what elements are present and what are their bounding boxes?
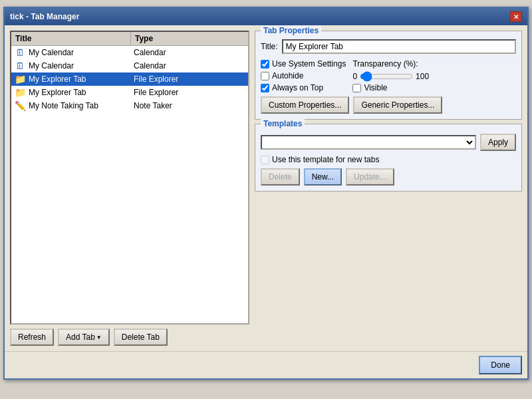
transparency-group: Transparency (%): 0 100 Visible — [352, 59, 429, 92]
window-content: Title Type 🗓 My Calendar Calendar 🗓 My C… — [5, 25, 527, 351]
autohide-label: Autohide — [272, 71, 303, 80]
delete-tab-button[interactable]: Delete Tab — [114, 329, 168, 346]
title-bar: tick - Tab Manager ✕ — [5, 8, 527, 25]
transparency-slider[interactable] — [360, 71, 413, 82]
visible-checkbox-row: Visible — [352, 83, 429, 92]
window-title: tick - Tab Manager — [10, 12, 79, 21]
tab-list-container: Title Type 🗓 My Calendar Calendar 🗓 My C… — [10, 31, 249, 325]
tab-properties-title: Tab Properties — [261, 26, 321, 35]
template-select[interactable] — [261, 135, 476, 150]
item-title: My Explorer Tab — [29, 88, 134, 97]
bottom-buttons: Refresh Add Tab ▼ Delete Tab — [10, 329, 249, 346]
checkbox-group-left: Use System Settings Autohide Always on T… — [261, 59, 346, 92]
item-title: My Explorer Tab — [29, 74, 134, 84]
item-title: My Calendar — [29, 61, 134, 70]
visible-label: Visible — [364, 83, 387, 92]
tab-title-row: Title: — [261, 39, 516, 54]
refresh-button[interactable]: Refresh — [10, 329, 54, 346]
title-input[interactable] — [282, 39, 516, 54]
transparency-label: Transparency (%): — [352, 59, 429, 68]
item-type: Note Taker — [134, 101, 245, 110]
list-item[interactable]: 📁 My Explorer Tab File Explorer — [11, 86, 248, 99]
use-system-settings-checkbox-label[interactable]: Use System Settings — [261, 59, 346, 68]
left-panel: Title Type 🗓 My Calendar Calendar 🗓 My C… — [10, 31, 249, 346]
list-header: Title Type — [11, 32, 248, 46]
item-title: My Calendar — [29, 48, 134, 57]
pencil-icon: ✏️ — [14, 100, 26, 111]
main-window: tick - Tab Manager ✕ Title Type 🗓 My Cal… — [3, 7, 529, 380]
generic-properties-button[interactable]: Generic Properties... — [353, 96, 442, 114]
add-tab-button[interactable]: Add Tab ▼ — [58, 329, 110, 346]
title-label: Title: — [261, 42, 278, 51]
delete-template-button[interactable]: Delete — [261, 168, 300, 186]
use-for-new-tabs-text: Use this template for new tabs — [272, 155, 379, 164]
done-button[interactable]: Done — [479, 356, 522, 374]
folder-icon: 📁 — [14, 87, 26, 98]
template-select-row: Apply — [261, 134, 516, 151]
footer-bar: Done — [5, 351, 527, 378]
dropdown-arrow-icon: ▼ — [96, 334, 102, 340]
item-type: File Explorer — [134, 74, 245, 84]
list-item[interactable]: ✏️ My Note Taking Tab Note Taker — [11, 99, 248, 112]
template-checkbox-row: Use this template for new tabs — [261, 155, 516, 164]
apply-button[interactable]: Apply — [480, 134, 516, 151]
item-type: File Explorer — [134, 88, 245, 97]
col-header-type: Type — [131, 32, 248, 45]
use-system-settings-label: Use System Settings — [272, 59, 346, 68]
folder-icon: 📁 — [14, 74, 26, 84]
list-item[interactable]: 🗓 My Calendar Calendar — [11, 46, 248, 59]
list-item[interactable]: 🗓 My Calendar Calendar — [11, 59, 248, 72]
templates-group: Templates Apply Use this template for ne… — [255, 124, 522, 192]
transparency-slider-row: 0 100 — [352, 71, 429, 82]
list-item[interactable]: 📁 My Explorer Tab File Explorer — [11, 72, 248, 86]
right-panel: Tab Properties Title: Use System Setting… — [255, 31, 522, 346]
item-type: Calendar — [134, 61, 245, 70]
use-for-new-tabs-checkbox[interactable] — [261, 156, 269, 164]
visible-checkbox-label[interactable]: Visible — [352, 83, 387, 92]
calendar-icon: 🗓 — [14, 61, 26, 71]
transparency-min: 0 — [352, 72, 357, 81]
update-template-button[interactable]: Update... — [346, 168, 394, 186]
always-on-top-checkbox-label[interactable]: Always on Top — [261, 83, 346, 92]
use-system-settings-checkbox[interactable] — [261, 60, 269, 68]
template-buttons: Delete New... Update... — [261, 168, 516, 186]
calendar-icon: 🗓 — [14, 47, 26, 58]
autohide-checkbox[interactable] — [261, 72, 269, 80]
templates-title: Templates — [261, 119, 305, 128]
custom-properties-button[interactable]: Custom Properties... — [261, 96, 349, 114]
item-title: My Note Taking Tab — [29, 101, 134, 110]
use-for-new-tabs-label[interactable]: Use this template for new tabs — [261, 155, 516, 164]
item-type: Calendar — [134, 48, 245, 57]
add-tab-label: Add Tab — [66, 332, 95, 342]
always-on-top-checkbox[interactable] — [261, 84, 269, 92]
properties-buttons: Custom Properties... Generic Properties.… — [261, 96, 516, 114]
close-button[interactable]: ✕ — [510, 11, 522, 22]
transparency-max: 100 — [416, 72, 429, 81]
new-template-button[interactable]: New... — [304, 168, 342, 186]
tab-properties-group: Tab Properties Title: Use System Setting… — [255, 31, 522, 120]
col-header-title: Title — [11, 32, 131, 45]
visible-checkbox[interactable] — [352, 84, 361, 92]
always-on-top-label: Always on Top — [272, 83, 323, 92]
autohide-checkbox-label[interactable]: Autohide — [261, 71, 346, 80]
checkboxes-row: Use System Settings Autohide Always on T… — [261, 59, 516, 92]
